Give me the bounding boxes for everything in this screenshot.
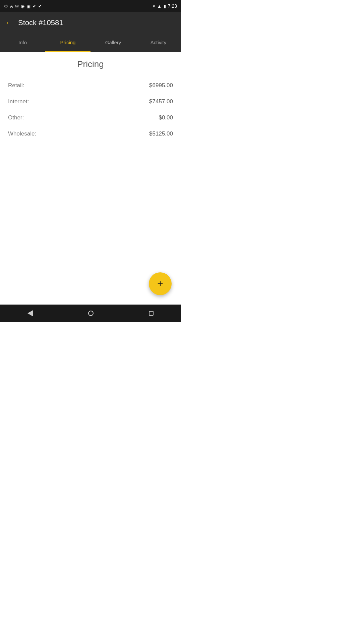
back-button[interactable]: ← <box>5 18 13 27</box>
app-bar: ← Stock #10581 <box>0 12 181 34</box>
status-bar: ⚙ A ✉ ◉ ▣ ✔ ✔ ▾ ▲ ▮ 7:23 <box>0 0 181 12</box>
pricing-heading: Pricing <box>5 59 176 69</box>
back-icon <box>27 310 33 316</box>
status-icons-right: ▾ ▲ ▮ 7:23 <box>153 3 177 9</box>
tab-gallery[interactable]: Gallery <box>90 34 136 52</box>
mail-icon: ✉ <box>15 4 19 9</box>
retail-label: Retail: <box>8 82 24 89</box>
tab-info[interactable]: Info <box>0 34 45 52</box>
nav-back-button[interactable] <box>27 310 33 316</box>
add-fab-button[interactable]: + <box>149 272 172 295</box>
check1-icon: ✔ <box>33 4 36 9</box>
settings-icon: ⚙ <box>4 4 8 9</box>
wholesale-value: $5125.00 <box>149 130 173 137</box>
battery-icon: ▮ <box>164 4 166 9</box>
sdcard-icon: ▣ <box>26 4 31 9</box>
other-label: Other: <box>8 114 24 121</box>
home-icon <box>88 311 94 316</box>
wholesale-label: Wholesale: <box>8 130 36 137</box>
status-icons-left: ⚙ A ✉ ◉ ▣ ✔ ✔ <box>4 4 42 9</box>
status-time: 7:23 <box>168 3 177 9</box>
add-icon: + <box>157 279 163 289</box>
nav-home-button[interactable] <box>88 311 94 316</box>
other-value: $0.00 <box>159 114 173 121</box>
check2-icon: ✔ <box>38 4 42 9</box>
tab-bar: Info Pricing Gallery Activity <box>0 34 181 52</box>
nav-recents-button[interactable] <box>149 311 154 316</box>
pricing-row-other: Other: $0.00 <box>8 110 173 126</box>
font-icon: A <box>10 4 13 9</box>
retail-value: $6995.00 <box>149 82 173 89</box>
internet-value: $7457.00 <box>149 98 173 105</box>
recents-icon <box>149 311 154 316</box>
globe-icon: ◉ <box>21 4 24 9</box>
bottom-nav <box>0 305 181 322</box>
tab-activity[interactable]: Activity <box>136 34 181 52</box>
pricing-row-wholesale: Wholesale: $5125.00 <box>8 126 173 142</box>
signal-icon: ▲ <box>157 4 162 9</box>
pricing-row-internet: Internet: $7457.00 <box>8 94 173 110</box>
pricing-table: Retail: $6995.00 Internet: $7457.00 Othe… <box>5 77 176 142</box>
wifi-icon: ▾ <box>153 4 155 9</box>
internet-label: Internet: <box>8 98 29 105</box>
tab-pricing[interactable]: Pricing <box>45 34 90 52</box>
page-title: Stock #10581 <box>18 18 63 27</box>
pricing-row-retail: Retail: $6995.00 <box>8 77 173 94</box>
pricing-content: Pricing Retail: $6995.00 Internet: $7457… <box>0 52 181 149</box>
